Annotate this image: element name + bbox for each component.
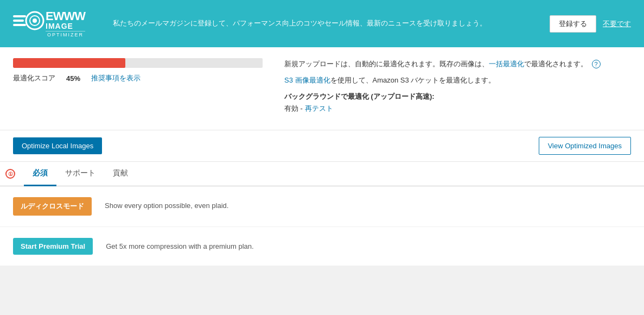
- view-optimized-button[interactable]: View Optimized Images: [539, 137, 631, 155]
- ludicrous-section: ルディクロスモード Show every option possible, ev…: [0, 186, 644, 227]
- progress-bar: [13, 58, 263, 68]
- recommend-link[interactable]: 推奨事項を表示: [91, 73, 141, 83]
- logo-area: EWWW IMAGE OPTIMIZER: [13, 9, 100, 39]
- main-content: 最適化スコア 45% 推奨事項を表示 新規アップロードは、自動的に最適化されます…: [0, 47, 644, 266]
- no-thanks-button[interactable]: 不要です: [603, 19, 631, 29]
- logo-icon: [13, 9, 46, 39]
- score-left: 最適化スコア 45% 推奨事項を表示: [13, 58, 263, 119]
- tabs-wrapper: 必須 サポート 貢献: [24, 162, 137, 186]
- svg-point-5: [33, 18, 37, 23]
- score-label: 最適化スコア: [13, 73, 55, 83]
- tab-support[interactable]: サポート: [56, 162, 104, 186]
- bulk-link[interactable]: 一括最適化: [489, 60, 524, 68]
- header-buttons: 登録する 不要です: [550, 15, 631, 33]
- score-description-1: 新規アップロードは、自動的に最適化されます。既存の画像は、一括最適化で最適化され…: [284, 58, 631, 70]
- retest-link[interactable]: 再テスト: [305, 104, 333, 112]
- score-info: 最適化スコア 45% 推奨事項を表示: [13, 73, 263, 83]
- header-banner: EWWW IMAGE OPTIMIZER 私たちのメールマガジンに登録して、パフ…: [0, 0, 644, 47]
- action-bar: Optimize Local Images View Optimized Ima…: [0, 130, 644, 162]
- register-button[interactable]: 登録する: [550, 15, 596, 33]
- logo-text: EWWW IMAGE OPTIMIZER: [46, 10, 85, 37]
- circle-badge: ①: [5, 169, 15, 179]
- score-percent: 45%: [66, 74, 80, 83]
- score-section: 最適化スコア 45% 推奨事項を表示 新規アップロードは、自動的に最適化されます…: [0, 47, 644, 130]
- score-description-2: S3 画像最適化を使用して、Amazon S3 バケットを最適化します。: [284, 74, 631, 86]
- tab-required[interactable]: 必須: [24, 162, 56, 186]
- premium-section: Start Premium Trial Get 5x more compress…: [0, 227, 644, 266]
- s3-link[interactable]: S3 画像最適化: [284, 76, 330, 84]
- header-message: 私たちのメールマガジンに登録して、パフォーマンス向上のコツやセール情報、最新のニ…: [113, 18, 537, 29]
- progress-bar-fill: [13, 58, 125, 68]
- ludicrous-description: Show every option possible, even plaid.: [105, 197, 228, 210]
- logo-image-text: IMAGE: [46, 22, 85, 30]
- optimize-local-button[interactable]: Optimize Local Images: [13, 137, 102, 154]
- score-right: 新規アップロードは、自動的に最適化されます。既存の画像は、一括最適化で最適化され…: [284, 58, 631, 119]
- bg-description: バックグラウンドで最適化 (アップロード高速): 有効 - 再テスト: [284, 91, 631, 115]
- logo-optimizer-text: OPTIMIZER: [46, 31, 85, 37]
- settings-section: ルディクロスモード Show every option possible, ev…: [0, 186, 644, 266]
- tabs-section: ① 必須 サポート 貢献: [0, 162, 644, 186]
- tab-contribute[interactable]: 貢献: [104, 162, 137, 186]
- premium-description: Get 5x more compression with a premium p…: [106, 238, 253, 250]
- ludicrous-mode-button[interactable]: ルディクロスモード: [13, 197, 92, 216]
- logo-ewww-text: EWWW: [46, 10, 85, 22]
- premium-trial-button[interactable]: Start Premium Trial: [13, 238, 93, 255]
- help-icon[interactable]: ?: [592, 60, 601, 68]
